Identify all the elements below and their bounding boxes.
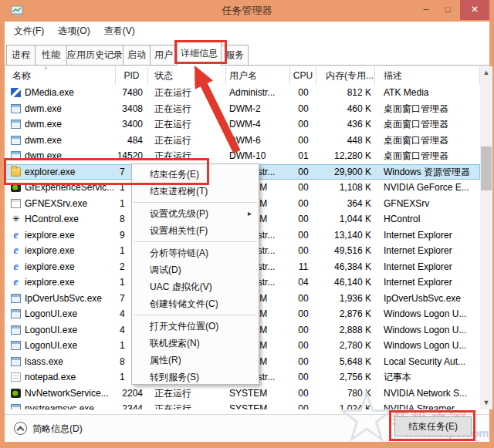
column-header-mem[interactable]: 内存(专用... [316, 66, 375, 85]
context-menu-item-创建转储文件(C)[interactable]: 创建转储文件(C) [132, 295, 259, 312]
desc-cell: Internet Explorer [375, 243, 480, 259]
status-cell: 正在运行 [148, 386, 226, 402]
close-button[interactable]: ✕ [460, 0, 489, 20]
desc-cell: 桌面窗口管理器 [375, 133, 480, 149]
note-icon [11, 372, 21, 382]
desc-cell: 桌面窗口管理器 [375, 148, 480, 164]
context-menu-item-联机搜索(N)[interactable]: 联机搜索(N) [132, 335, 259, 352]
fewer-details-toggle[interactable] [14, 422, 27, 435]
desc-cell: Internet Explorer [375, 259, 480, 275]
cpu-cell: 00 [290, 101, 316, 117]
context-menu-item-打开文件位置(O)[interactable]: 打开文件位置(O) [132, 318, 259, 335]
process-name: DMedia.exe [25, 85, 74, 101]
mem-cell: 12,280 K [316, 148, 375, 164]
user-cell: SYSTEM [226, 401, 290, 409]
mem-cell: 49,516 K [316, 243, 375, 259]
cpu-cell: 00 [290, 164, 316, 180]
context-menu-item-设置优先级(P)[interactable]: 设置优先级(P)▸ [132, 205, 259, 222]
process-name: dwm.exe [25, 101, 62, 117]
context-menu-item-属性(R)[interactable]: 属性(R) [132, 352, 259, 369]
desc-cell: Windows Logon U... [375, 338, 480, 354]
menu-separator [134, 315, 257, 315]
fewer-details-label: 简略信息(D) [32, 415, 83, 443]
name-cell: IpOverUsbSvc.exe [5, 291, 116, 307]
context-menu-item-UAC 虚拟化(V)[interactable]: UAC 虚拟化(V) [132, 278, 259, 295]
pid-cell: 7480 [116, 85, 148, 101]
pid-cell: 484 [116, 133, 148, 149]
vertical-scrollbar[interactable]: ▲ ▼ [480, 66, 492, 409]
scroll-up-icon[interactable]: ▲ [480, 66, 492, 79]
context-menu-item-设置相关性(F)[interactable]: 设置相关性(F) [132, 222, 259, 239]
mem-cell: 13,140 K [316, 227, 375, 244]
win-icon [11, 404, 21, 409]
win-icon [11, 357, 21, 366]
menu-选项(O)[interactable]: 选项(O) [56, 22, 91, 39]
menu-bar: 文件(F)选项(O)查看(V) [5, 22, 137, 39]
name-cell: dwm.exe [5, 116, 116, 133]
column-header-pid[interactable]: PID [116, 66, 148, 85]
table-row[interactable]: nvstreamsvc.exe2344正在运行SYSTEM001,024 KNV… [5, 401, 480, 409]
menu-separator [134, 241, 257, 242]
menu-文件(F)[interactable]: 文件(F) [12, 22, 46, 39]
desc-cell: Internet Explorer [375, 227, 480, 244]
ie-icon: e [11, 262, 21, 271]
cpu-cell: 00 [290, 196, 316, 212]
name-cell: notepad.exe [5, 369, 116, 386]
desc-cell: HControl [375, 211, 480, 227]
desc-cell: 桌面窗口管理器 [375, 116, 480, 133]
cpu-cell: 00 [290, 291, 316, 307]
desc-cell: Windows Logon U... [375, 306, 480, 322]
mem-cell: 5,648 K [316, 354, 375, 370]
process-name: dwm.exe [25, 116, 62, 133]
name-cell: nvstreamsvc.exe [5, 401, 116, 409]
context-menu-item-分析等待链(A)[interactable]: 分析等待链(A) [132, 244, 259, 261]
tab-启动[interactable]: 启动 [123, 45, 151, 66]
cpu-cell: 00 [290, 306, 316, 322]
context-menu-item-结束进程树(T)[interactable]: 结束进程树(T) [132, 183, 259, 200]
process-name: nvstreamsvc.exe [25, 401, 94, 409]
tab-应用历史记录[interactable]: 应用历史记录 [66, 45, 124, 66]
context-menu-item-调试(D)[interactable]: 调试(D) [132, 261, 259, 278]
menu-查看(V)[interactable]: 查看(V) [103, 22, 137, 39]
annotation-box-end-task-button [389, 410, 475, 441]
desc-cell: 记事本 [375, 369, 480, 386]
cpu-cell: 00 [290, 386, 316, 402]
column-header-name[interactable]: 名称 [5, 66, 116, 85]
atk-icon [11, 88, 21, 97]
annotation-box-end-task-menu [4, 158, 209, 185]
maximize-button[interactable]: □ [437, 0, 458, 20]
mem-cell: 46,384 K [316, 259, 375, 275]
name-cell: eiexplore.exe [5, 243, 116, 259]
process-name: GFNEXSrv.exe [25, 196, 87, 212]
nv-icon [11, 389, 21, 398]
cpu-cell: 01 [290, 148, 316, 164]
minimize-button[interactable]: – [415, 0, 437, 20]
desc-cell: ATK Media [375, 85, 480, 101]
cpu-cell: 00 [290, 133, 316, 149]
mem-cell: 2,780 K [316, 338, 375, 354]
process-name: NvNetworkService... [25, 386, 109, 402]
process-name: iexplore.exe [25, 259, 75, 275]
cpu-cell: 00 [290, 211, 316, 227]
scroll-thumb[interactable] [481, 147, 492, 190]
context-menu-item-转到服务(S)[interactable]: 转到服务(S) [132, 369, 259, 386]
ie-icon: e [11, 278, 21, 287]
pid-cell: 2204 [116, 386, 148, 402]
name-cell: dwm.exe [5, 133, 116, 149]
ie-icon: e [11, 246, 21, 255]
name-cell: eiexplore.exe [5, 227, 116, 244]
title-bar: 任务管理器 – □ ✕ [0, 0, 494, 22]
column-header-cpu[interactable]: CPU [290, 66, 316, 85]
task-manager-window: 任务管理器 – □ ✕ 文件(F)选项(O)查看(V) 进程性能应用历史记录启动… [0, 0, 494, 448]
cpu-cell: 04 [290, 275, 316, 291]
tab-性能[interactable]: 性能 [35, 45, 67, 66]
scroll-down-icon[interactable]: ▼ [480, 396, 492, 409]
tab-进程[interactable]: 进程 [6, 45, 36, 66]
context-menu: 结束任务(E)结束进程树(T)设置优先级(P)▸设置相关性(F)分析等待链(A)… [131, 163, 259, 385]
ie-icon: e [11, 231, 21, 240]
cpu-cell: 00 [290, 85, 316, 101]
table-row[interactable]: NvNetworkService...2204正在运行SYSTEM00780 K… [5, 386, 480, 402]
column-header-desc[interactable]: 描述 [375, 66, 480, 85]
pid-cell: 3408 [116, 101, 148, 117]
desc-cell: Windows Logon U... [375, 322, 480, 339]
